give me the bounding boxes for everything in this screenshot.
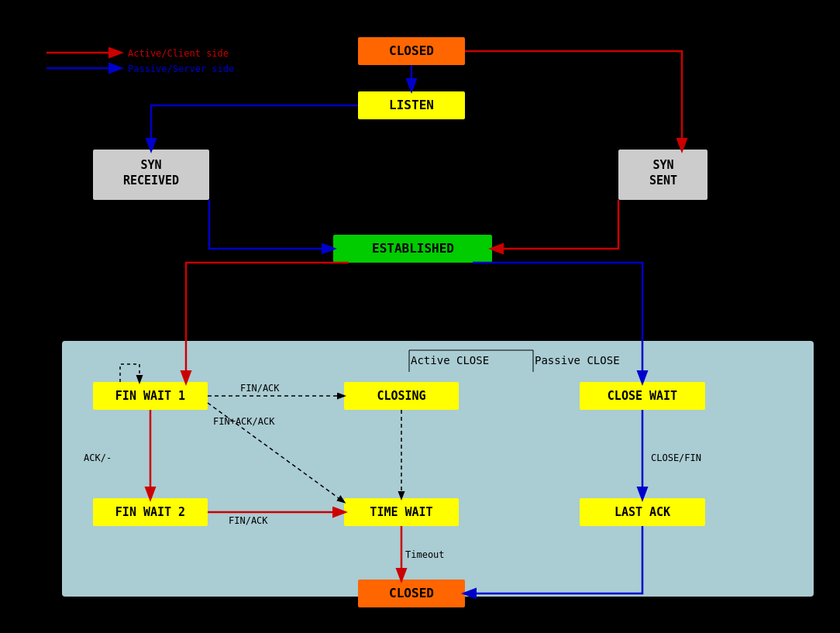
close-fin-label: CLOSE/FIN bbox=[651, 452, 701, 463]
established-label: ESTABLISHED bbox=[372, 241, 454, 256]
active-close-label: Active CLOSE bbox=[411, 354, 489, 366]
passive-close-label: Passive CLOSE bbox=[535, 354, 620, 366]
syn-sent-label: SYN bbox=[652, 158, 673, 172]
closing-label: CLOSING bbox=[377, 389, 425, 403]
legend-red-label: Active/Client side bbox=[128, 48, 229, 59]
fin-wait1-label: FIN WAIT 1 bbox=[115, 389, 185, 403]
svg-text:SENT: SENT bbox=[649, 174, 677, 187]
tcp-state-diagram: Active CLOSE Passive CLOSE CLOSED LISTEN… bbox=[0, 0, 840, 633]
last-ack-label: LAST ACK bbox=[615, 505, 670, 519]
closed-top-label: CLOSED bbox=[389, 43, 434, 58]
fin-wait2-label: FIN WAIT 2 bbox=[115, 505, 185, 519]
fin-plus-ack-ack-label: FIN+ACK/ACK bbox=[213, 416, 275, 427]
time-wait-label: TIME WAIT bbox=[370, 505, 432, 519]
syn-received-label: SYN bbox=[140, 158, 161, 172]
closed-bottom-label: CLOSED bbox=[389, 586, 434, 600]
fin-ack-label-1: FIN/ACK bbox=[240, 383, 280, 394]
legend-blue-label: Passive/Server side bbox=[128, 64, 234, 74]
listen-label: LISTEN bbox=[389, 98, 434, 112]
close-wait-label: CLOSE WAIT bbox=[608, 389, 677, 403]
svg-text:RECEIVED: RECEIVED bbox=[123, 174, 179, 187]
ack-dash-label: ACK/- bbox=[84, 452, 112, 463]
fin-ack-label-2: FIN/ACK bbox=[229, 515, 268, 526]
timeout-label: Timeout bbox=[405, 549, 445, 560]
